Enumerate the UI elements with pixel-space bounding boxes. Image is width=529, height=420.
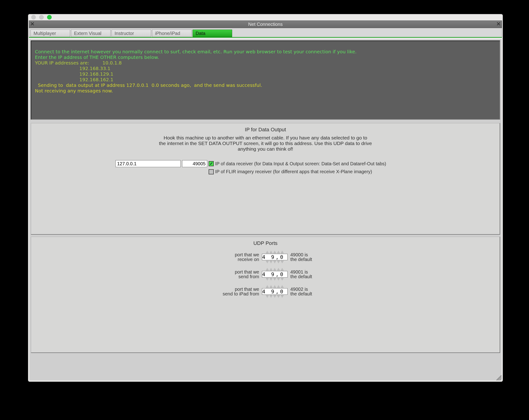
hint-line: 49000 is xyxy=(290,252,321,257)
stepper-up-icon[interactable] xyxy=(280,250,284,253)
dialog-close-left-button[interactable]: ✕ xyxy=(30,21,35,27)
stepper-up-icon[interactable] xyxy=(269,285,273,288)
udp-ipad-row: port that we send to iPad from 49002 is … xyxy=(34,285,496,298)
tab-iphone-ipad[interactable]: iPhone/iPad xyxy=(152,30,192,37)
flir-receiver-row: IP of FLIR imagery receiver (for differe… xyxy=(34,169,496,174)
ip-output-description: Hook this machine up to another with an … xyxy=(34,135,496,152)
stepper-down-icon[interactable] xyxy=(269,261,273,263)
stepper-down-icon[interactable] xyxy=(266,261,269,263)
ip-output-description-line: Hook this machine up to another with an … xyxy=(34,135,496,141)
status-ip-label: YOUR IP addresses are: xyxy=(35,60,89,66)
flir-receiver-checkbox[interactable] xyxy=(209,169,214,174)
data-receiver-ip-input[interactable] xyxy=(116,160,181,167)
dialog-titlebar: ✕ Net Connections ✕ xyxy=(29,21,502,28)
label-line: send to iPad from xyxy=(210,291,259,296)
status-panel: Connect to the internet however you norm… xyxy=(31,40,500,120)
udp-receive-input[interactable] xyxy=(262,254,288,260)
udp-receive-label: port that we receive on xyxy=(210,252,259,262)
traffic-close-icon[interactable] xyxy=(31,15,36,20)
udp-ports-panel: UDP Ports port that we receive on 49000 … xyxy=(31,236,500,353)
ip-output-panel: IP for Data Output Hook this machine up … xyxy=(31,123,500,235)
status-sending: Sending to data output at IP address 127… xyxy=(38,82,262,88)
label-line: send from xyxy=(210,274,259,279)
ip-output-description-line: the internet in the SET DATA OUTPUT scre… xyxy=(34,141,496,146)
tab-data[interactable]: Data xyxy=(193,30,232,37)
tab-extern-visual[interactable]: Extern Visual xyxy=(71,30,111,37)
udp-send-hint: 49001 is the default xyxy=(290,270,321,279)
stepper-up-icon[interactable] xyxy=(266,268,269,271)
ip-output-description-line: anything you can think of! xyxy=(34,146,496,152)
tab-label: Instructor xyxy=(115,31,134,36)
stepper-down-icon[interactable] xyxy=(269,278,273,281)
tab-label: Data xyxy=(196,31,205,36)
tab-label: iPhone/iPad xyxy=(155,31,180,36)
hint-line: 49002 is xyxy=(290,287,321,291)
hint-line: the default xyxy=(290,257,321,262)
tab-multiplayer[interactable]: Multiplayer xyxy=(30,30,70,37)
status-ip-3: 192.168.162.1 xyxy=(79,77,113,82)
stepper-up-icon[interactable] xyxy=(277,285,280,288)
stepper-up-icon[interactable] xyxy=(273,285,276,288)
stepper-down-icon[interactable] xyxy=(277,295,280,298)
status-ip-2: 192.168.129.1 xyxy=(79,71,113,77)
stepper-down-icon[interactable] xyxy=(273,261,276,263)
stepper-down-icon[interactable] xyxy=(280,295,284,298)
stepper-up-icon[interactable] xyxy=(277,250,280,253)
stepper-up-icon[interactable] xyxy=(280,285,284,288)
stepper-down-icon[interactable] xyxy=(280,278,284,281)
stepper-up-icon[interactable] xyxy=(280,268,284,271)
data-receiver-label: IP of data receiver (for Data Input & Ou… xyxy=(215,161,415,167)
udp-ipad-label: port that we send to iPad from xyxy=(210,287,259,296)
status-receiving: Not receiving any messages now. xyxy=(35,88,113,93)
stepper-up-icon[interactable] xyxy=(273,250,276,253)
status-ip-0: 10.0.1.8 xyxy=(103,60,122,66)
mac-titlebar xyxy=(28,14,503,21)
udp-ipad-hint: 49002 is the default xyxy=(290,287,321,296)
stepper-down-icon[interactable] xyxy=(266,295,269,298)
label-line: receive on xyxy=(210,257,259,262)
hint-line: the default xyxy=(290,274,321,279)
udp-send-row: port that we send from 49001 is the defa… xyxy=(34,268,496,281)
dialog-title: Net Connections xyxy=(36,22,495,27)
data-receiver-port-input[interactable] xyxy=(182,160,207,167)
udp-receive-row: port that we receive on 49000 is the def… xyxy=(34,250,496,263)
stepper-down-icon[interactable] xyxy=(277,278,280,281)
tab-label: Multiplayer xyxy=(34,31,56,36)
resize-handle-icon[interactable] xyxy=(496,375,502,381)
stepper-up-icon[interactable] xyxy=(269,268,273,271)
ip-output-heading: IP for Data Output xyxy=(34,127,496,133)
tab-instructor[interactable]: Instructor xyxy=(112,30,151,37)
udp-ports-heading: UDP Ports xyxy=(34,240,496,246)
stepper-up-icon[interactable] xyxy=(266,285,269,288)
stepper-down-icon[interactable] xyxy=(280,261,284,263)
stepper-down-icon[interactable] xyxy=(269,295,273,298)
content-area: Connect to the internet however you norm… xyxy=(29,39,502,381)
traffic-zoom-icon[interactable] xyxy=(47,15,52,20)
udp-send-label: port that we send from xyxy=(210,270,259,279)
stepper-down-icon[interactable] xyxy=(273,278,276,281)
stepper-up-icon[interactable] xyxy=(266,250,269,253)
udp-send-input[interactable] xyxy=(262,271,288,277)
tabstrip: Multiplayer Extern Visual Instructor iPh… xyxy=(29,28,502,38)
udp-send-stepper xyxy=(262,268,288,281)
status-instructions-1: Connect to the internet however you norm… xyxy=(35,49,357,54)
stepper-down-icon[interactable] xyxy=(277,261,280,263)
traffic-minimize-icon[interactable] xyxy=(39,15,44,20)
udp-ipad-input[interactable] xyxy=(262,288,288,295)
window-chrome: ✕ Net Connections ✕ Multiplayer Extern V… xyxy=(28,14,503,382)
udp-receive-hint: 49000 is the default xyxy=(290,252,321,262)
stepper-down-icon[interactable] xyxy=(266,278,269,281)
stepper-up-icon[interactable] xyxy=(277,268,280,271)
udp-ipad-stepper xyxy=(262,285,288,298)
label-line: port that we xyxy=(210,287,259,291)
stepper-up-icon[interactable] xyxy=(273,268,276,271)
stepper-up-icon[interactable] xyxy=(269,250,273,253)
dialog-close-right-button[interactable]: ✕ xyxy=(496,21,501,27)
flir-receiver-label: IP of FLIR imagery receiver (for differe… xyxy=(215,169,415,174)
data-receiver-row: IP of data receiver (for Data Input & Ou… xyxy=(34,160,496,167)
stepper-down-icon[interactable] xyxy=(273,295,276,298)
data-receiver-checkbox[interactable] xyxy=(209,161,214,166)
hint-line: 49001 is xyxy=(290,270,321,274)
status-instructions-2: Enter the IP address of THE OTHER comput… xyxy=(35,54,159,60)
label-line: port that we xyxy=(210,270,259,274)
